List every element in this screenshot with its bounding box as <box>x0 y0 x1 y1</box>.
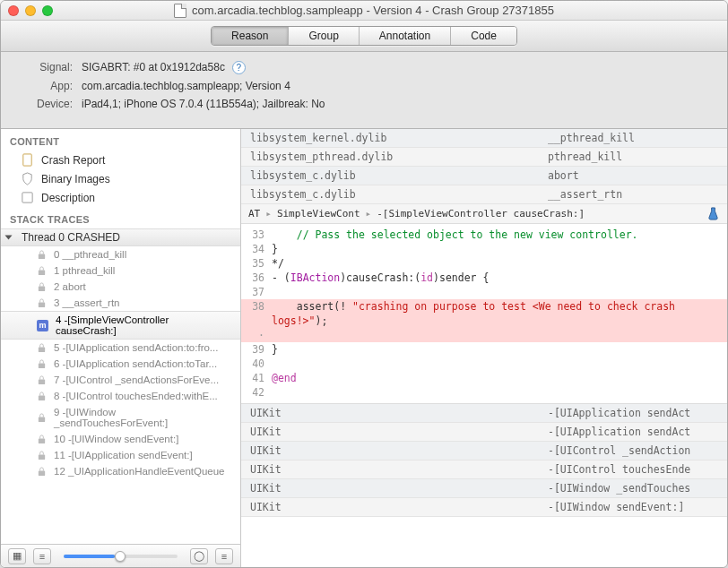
zoom-icon[interactable] <box>42 5 53 16</box>
list-row[interactable]: UIKit-[UIControl _sendAction <box>241 442 727 460</box>
line-number: 33 <box>241 228 272 242</box>
device-label: Device: <box>17 98 73 110</box>
menu-icon[interactable]: ≡ <box>215 548 233 564</box>
list-icon[interactable]: ≡ <box>33 548 51 564</box>
frame-11[interactable]: 11 -[UIApplication sendEvent:] <box>1 447 240 463</box>
toolbar: Reason Group Annotation Code <box>1 21 727 52</box>
frame-6[interactable]: 6 -[UIApplication sendAction:toTar... <box>1 356 240 372</box>
sidebar-item-binary-images[interactable]: Binary Images <box>1 169 240 188</box>
filter-icon[interactable]: ◯ <box>190 548 208 564</box>
line-number: 36 <box>241 271 272 285</box>
sidebar-item-description[interactable]: Description <box>1 188 240 207</box>
tab-code[interactable]: Code <box>451 27 516 45</box>
frame-label: 7 -[UIControl _sendActionsForEve... <box>54 374 219 385</box>
svg-rect-1 <box>22 193 32 202</box>
tab-annotation[interactable]: Annotation <box>360 27 451 45</box>
frame-label: 0 __pthread_kill <box>54 249 126 260</box>
code-line: } <box>272 342 727 357</box>
frame-5[interactable]: 5 -[UIApplication sendAction:to:fro... <box>1 340 240 356</box>
document-icon <box>174 4 186 18</box>
tab-group[interactable]: Group <box>289 27 359 45</box>
code-line <box>272 328 727 342</box>
frame-8[interactable]: 8 -[UIControl touchesEnded:withE... <box>1 388 240 404</box>
thread-row[interactable]: Thread 0 CRASHED <box>1 228 240 246</box>
shield-icon <box>21 172 34 185</box>
code-line: @end <box>272 371 727 385</box>
zoom-slider[interactable] <box>64 555 178 558</box>
svg-rect-8 <box>39 363 45 368</box>
line-number: 35 <box>241 256 272 271</box>
code-line: */ <box>272 256 727 271</box>
lock-icon <box>37 359 47 369</box>
frame-label: 10 -[UIWindow sendEvent:] <box>54 434 178 444</box>
list-row[interactable]: libsystem_kernel.dylib__pthread_kill <box>241 129 727 148</box>
line-number: 38 <box>241 299 272 328</box>
list-row[interactable]: libsystem_pthread.dylibpthread_kill <box>241 148 727 167</box>
frame-3[interactable]: 3 __assert_rtn <box>1 295 240 311</box>
svg-rect-0 <box>23 154 31 166</box>
list-row[interactable]: UIKit-[UIApplication sendAct <box>241 423 727 442</box>
help-icon[interactable]: ? <box>232 61 246 74</box>
disclosure-triangle-icon[interactable] <box>5 236 13 240</box>
frame-12[interactable]: 12 _UIApplicationHandleEventQueue <box>1 463 240 479</box>
frame-label: 5 -[UIApplication sendAction:to:fro... <box>54 342 218 353</box>
lock-icon <box>37 343 47 353</box>
device-value: iPad4,1; iPhone OS 7.0.4 (11B554a); Jail… <box>82 98 325 110</box>
frame-0[interactable]: 0 __pthread_kill <box>1 246 240 262</box>
list-row[interactable]: UIKit-[UIApplication sendAct <box>241 404 727 423</box>
page-icon <box>21 153 34 167</box>
frame-label: 8 -[UIControl touchesEnded:withE... <box>54 391 218 401</box>
frame-label: 4 -[SimpleViewController causeCrash:] <box>56 314 231 336</box>
frame-9[interactable]: 9 -[UIWindow _sendTouchesForEvent:] <box>1 404 240 431</box>
svg-rect-13 <box>39 454 45 459</box>
sidebar-item-label: Crash Report <box>41 154 105 167</box>
crumb-method: -[SimpleViewController causeCrash:] <box>377 208 585 219</box>
sidebar-item-crash-report[interactable]: Crash Report <box>1 151 240 169</box>
lock-icon <box>37 413 47 423</box>
code-line: // Pass the selected object to the new v… <box>272 228 727 242</box>
crumb-root: AT <box>248 208 260 219</box>
source-editor[interactable]: 33 // Pass the selected object to the ne… <box>241 224 727 403</box>
frame-2[interactable]: 2 abort <box>1 279 240 295</box>
tab-reason[interactable]: Reason <box>212 27 289 45</box>
line-number: 40 <box>241 357 272 371</box>
code-line: - (IBAction)causeCrash:(id)sender { <box>272 271 727 285</box>
svg-rect-11 <box>39 417 45 422</box>
beaker-icon[interactable] <box>706 207 720 220</box>
list-row[interactable]: libsystem_c.dylib__assert_rtn <box>241 185 727 204</box>
lock-icon <box>37 467 47 477</box>
frame-1[interactable]: 1 pthread_kill <box>1 262 240 279</box>
breadcrumb[interactable]: AT▸ SimpleViewCont▸ -[SimpleViewControll… <box>241 204 727 224</box>
grid-icon[interactable]: ▦ <box>8 548 26 564</box>
lock-icon <box>37 266 47 276</box>
frame-7[interactable]: 7 -[UIControl _sendActionsForEve... <box>1 372 240 388</box>
svg-rect-14 <box>39 470 45 476</box>
svg-rect-6 <box>39 302 45 307</box>
frame-4[interactable]: m4 -[SimpleViewController causeCrash:] <box>1 311 240 340</box>
metadata-panel: Signal:SIGABRT: #0 at 0x1912da58c? App:c… <box>1 52 727 129</box>
frame-label: 6 -[UIApplication sendAction:toTar... <box>54 358 217 369</box>
frame-label: 3 __assert_rtn <box>54 297 120 308</box>
list-row[interactable]: UIKit-[UIControl touchesEnde <box>241 460 727 479</box>
sidebar-item-label: Binary Images <box>41 173 110 185</box>
frame-label: 11 -[UIApplication sendEvent:] <box>54 450 193 460</box>
frame-10[interactable]: 10 -[UIWindow sendEvent:] <box>1 431 240 447</box>
code-line <box>272 385 727 400</box>
list-row[interactable]: UIKit-[UIWindow sendEvent:] <box>241 498 727 517</box>
line-number: 41 <box>241 371 272 385</box>
titlebar: com.arcadia.techblog.sampleapp - Version… <box>1 1 727 21</box>
code-line: } <box>272 242 727 256</box>
svg-rect-3 <box>39 254 45 259</box>
signal-value: SIGABRT: #0 at 0x1912da58c <box>82 61 225 74</box>
crumb-file: SimpleViewCont <box>277 208 360 219</box>
lock-icon <box>37 282 47 292</box>
signal-label: Signal: <box>17 61 73 74</box>
bottom-call-list: UIKit-[UIApplication sendAct UIKit-[UIAp… <box>241 403 727 517</box>
line-number: 42 <box>241 385 272 400</box>
list-row[interactable]: UIKit-[UIWindow _sendTouches <box>241 479 727 498</box>
window-title: com.arcadia.techblog.sampleapp - Version… <box>192 4 554 17</box>
minimize-icon[interactable] <box>25 5 36 16</box>
code-line <box>272 285 727 299</box>
close-icon[interactable] <box>8 5 19 16</box>
list-row[interactable]: libsystem_c.dylibabort <box>241 167 727 185</box>
